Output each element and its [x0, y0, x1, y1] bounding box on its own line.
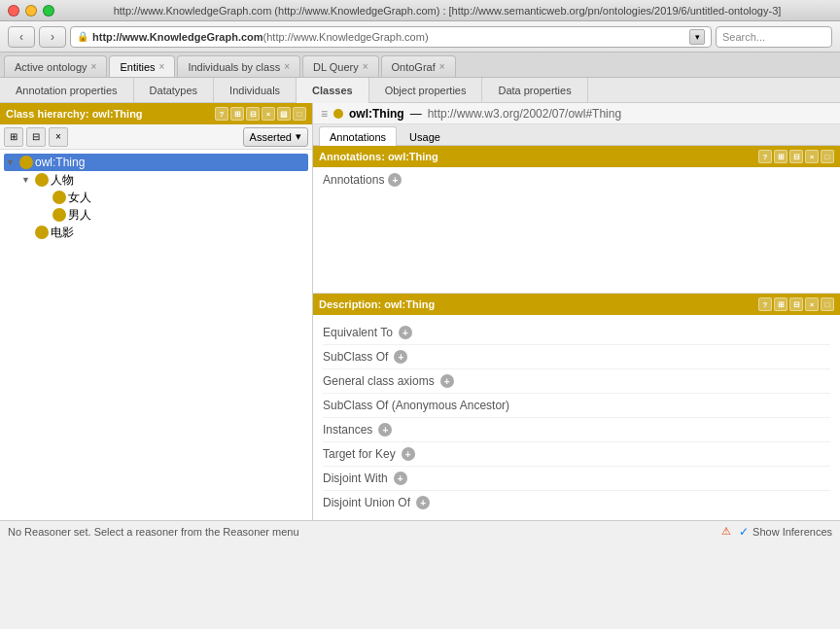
tree-label: 人物: [51, 172, 74, 189]
status-bar: No Reasoner set. Select a reasoner from …: [0, 520, 840, 542]
description-content: Equivalent To + SubClass Of + General cl…: [313, 315, 840, 520]
checkbox-icon: ✓: [739, 525, 749, 539]
tab-close-icon[interactable]: ×: [284, 61, 290, 72]
desc-label-general-axioms: General class axioms: [323, 374, 435, 388]
maximize-button[interactable]: [43, 5, 54, 17]
tab-close-icon[interactable]: ×: [439, 61, 445, 72]
desc-label-disjoint-union-of: Disjoint Union Of: [323, 496, 410, 509]
url-arrow[interactable]: ▾: [689, 29, 705, 45]
collapse-icon[interactable]: ⊟: [246, 107, 260, 121]
tree-label: 女人: [68, 190, 91, 206]
tab-label: DL Query: [313, 61, 359, 73]
owl-thing-line: ≡ owl:Thing — http://www.w3.org/2002/07/…: [313, 103, 840, 124]
add-disjoint-union-of-button[interactable]: +: [416, 496, 430, 509]
expand-icon: ▼: [6, 157, 18, 167]
expand-icon: ▼: [21, 175, 33, 185]
add-equivalent-to-button[interactable]: +: [399, 326, 412, 339]
annotations-header-title: Annotations: owl:Thing: [319, 151, 758, 162]
tab-annotations[interactable]: Annotations: [319, 126, 397, 146]
forward-button[interactable]: ›: [39, 26, 66, 48]
add-target-for-key-button[interactable]: +: [402, 447, 415, 461]
owl-separator: —: [410, 107, 422, 121]
add-general-axioms-button[interactable]: +: [440, 374, 454, 388]
tab-label: Active ontology: [15, 61, 88, 73]
asserted-dropdown[interactable]: Asserted ▾: [243, 127, 308, 147]
tree-label: owl:Thing: [35, 156, 85, 169]
add-subclass-of-button[interactable]: +: [394, 350, 407, 364]
desc-expand-icon[interactable]: □: [821, 297, 834, 311]
tree-item-nuren[interactable]: 女人: [4, 189, 308, 206]
expand-icon: [39, 192, 51, 202]
desc-row-target-for-key: Target for Key +: [323, 442, 830, 467]
tree-item-owl-thing[interactable]: ▼ owl:Thing: [4, 154, 308, 171]
tab-individuals-by-class[interactable]: Individuals by class ×: [177, 55, 300, 77]
owl-dot-icon: [333, 109, 343, 119]
add-annotation-button[interactable]: +: [388, 173, 402, 187]
prop-tab-datatypes[interactable]: Datatypes: [134, 78, 215, 103]
delete-class-button[interactable]: ×: [49, 127, 68, 147]
ann-collapse-icon[interactable]: ⊟: [789, 150, 803, 163]
show-inferences-toggle[interactable]: ✓ Show Inferences: [739, 525, 832, 539]
annotation-tabs: Annotations Usage: [313, 124, 840, 146]
prop-tab-classes[interactable]: Classes: [297, 78, 369, 103]
tab-close-icon[interactable]: ×: [159, 61, 165, 72]
tab-entities[interactable]: Entities ×: [109, 55, 175, 77]
desc-label-subclass-of: SubClass Of: [323, 350, 388, 364]
class-icon: [35, 173, 49, 187]
tab-close-icon[interactable]: ×: [363, 61, 368, 72]
back-button[interactable]: ‹: [8, 26, 35, 48]
prop-tab-individuals[interactable]: Individuals: [214, 78, 297, 103]
desc-layout-icon[interactable]: ⊞: [774, 297, 788, 311]
class-icon: [52, 208, 66, 222]
add-instances-button[interactable]: +: [378, 423, 392, 437]
titlebar: http://www.KnowledgeGraph.com (http://ww…: [0, 0, 840, 21]
annotations-content: Annotations +: [313, 167, 840, 294]
desc-close-icon[interactable]: ×: [805, 297, 819, 311]
expand-icon: [39, 210, 51, 220]
help-icon[interactable]: ?: [215, 107, 228, 121]
annotations-label-row: Annotations +: [323, 173, 830, 187]
tree-toolbar: ⊞ ⊟ × Asserted ▾: [0, 124, 312, 150]
ann-expand-icon[interactable]: □: [821, 150, 834, 163]
desc-row-instances: Instances +: [323, 418, 830, 442]
tab-usage[interactable]: Usage: [399, 126, 451, 146]
layout-icon[interactable]: ⊞: [230, 107, 244, 121]
tab-active-ontology[interactable]: Active ontology ×: [4, 55, 107, 77]
tab-dl-query[interactable]: DL Query ×: [302, 55, 379, 77]
menu-icon[interactable]: ▤: [277, 107, 291, 121]
add-subclass-button[interactable]: ⊟: [26, 127, 46, 147]
tree-item-nanren[interactable]: 男人: [4, 206, 308, 224]
desc-label-target-for-key: Target for Key: [323, 447, 396, 461]
tree-label: 电影: [51, 225, 74, 241]
add-disjoint-with-button[interactable]: +: [394, 472, 407, 485]
tab-ontograf[interactable]: OntoGraf ×: [381, 55, 456, 77]
pin-icon[interactable]: ×: [262, 107, 275, 121]
dropdown-arrow-icon: ▾: [296, 130, 301, 143]
warning-icon: ⚠: [721, 525, 731, 538]
ann-layout-icon[interactable]: ⊞: [774, 150, 788, 163]
tree-label: 男人: [68, 207, 91, 224]
description-section-header: Description: owl:Thing ? ⊞ ⊟ × □: [313, 294, 840, 315]
desc-help-icon[interactable]: ?: [758, 297, 772, 311]
prop-tab-annotation[interactable]: Annotation properties: [0, 78, 134, 103]
owl-url: http://www.w3.org/2002/07/owl#Thing: [428, 107, 621, 121]
desc-row-general-axioms: General class axioms +: [323, 369, 830, 394]
desc-row-subclass-of: SubClass Of +: [323, 345, 830, 369]
prop-tab-object-properties[interactable]: Object properties: [369, 78, 483, 103]
search-placeholder: Search...: [722, 31, 765, 43]
minimize-button[interactable]: [25, 5, 37, 17]
ann-close-icon[interactable]: ×: [805, 150, 819, 163]
search-box[interactable]: Search...: [716, 26, 832, 48]
add-class-button[interactable]: ⊞: [4, 127, 23, 147]
desc-collapse-icon[interactable]: ⊟: [789, 297, 803, 311]
url-bar[interactable]: 🔒 http://www.KnowledgeGraph.com (http://…: [70, 26, 712, 48]
tree-item-renwu[interactable]: ▼ 人物: [4, 171, 308, 189]
desc-label-equivalent-to: Equivalent To: [323, 326, 393, 339]
ann-help-icon[interactable]: ?: [758, 150, 772, 163]
expand-icon[interactable]: □: [293, 107, 306, 121]
close-button[interactable]: [8, 5, 19, 17]
tree-item-dianying[interactable]: 电影: [4, 224, 308, 241]
tab-close-icon[interactable]: ×: [91, 61, 97, 72]
prop-tab-data-properties[interactable]: Data properties: [482, 78, 587, 103]
class-icon: [35, 226, 49, 239]
